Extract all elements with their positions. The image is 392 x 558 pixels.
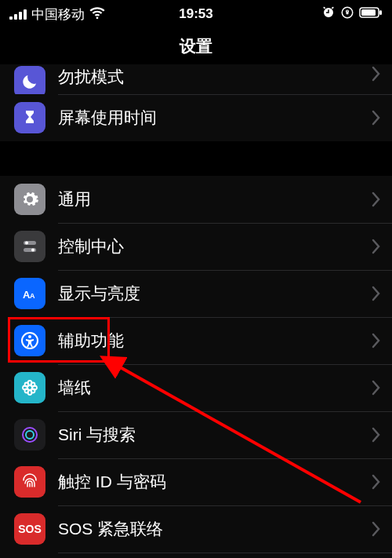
chevron-right-icon (372, 427, 381, 443)
row-battery[interactable]: 电池 (0, 553, 392, 558)
wifi-icon (89, 5, 105, 24)
chevron-right-icon (372, 380, 381, 396)
svg-point-20 (25, 389, 29, 393)
chevron-right-icon (372, 521, 381, 537)
svg-point-18 (25, 383, 29, 387)
page-title: 设置 (0, 28, 392, 64)
battery-icon (359, 6, 383, 22)
status-bar: 中国移动 19:53 (0, 0, 392, 28)
text-size-icon: AA (14, 278, 45, 309)
chevron-right-icon (372, 474, 381, 490)
row-label: 墙纸 (58, 377, 372, 399)
chevron-right-icon (372, 110, 381, 126)
row-general[interactable]: 通用 (0, 176, 392, 223)
status-time: 19:53 (179, 6, 212, 22)
svg-point-6 (25, 242, 28, 245)
signal-icon (9, 9, 27, 20)
chevron-right-icon (372, 286, 381, 301)
row-label: 触控 ID 与密码 (58, 471, 372, 493)
svg-point-21 (31, 389, 35, 393)
row-label: SOS 紧急联络 (58, 518, 372, 540)
row-accessibility[interactable]: 辅助功能 (0, 317, 392, 364)
row-label: Siri 与搜索 (58, 424, 372, 446)
svg-point-12 (28, 335, 31, 338)
rotation-lock-icon (340, 5, 354, 24)
svg-point-19 (31, 383, 35, 387)
accessibility-icon (14, 325, 45, 356)
row-label: 勿扰模式 (58, 66, 372, 88)
row-screen-time[interactable]: 屏幕使用时间 (0, 94, 392, 141)
chevron-right-icon (372, 239, 381, 254)
settings-list: 勿扰模式 屏幕使用时间 通用 控制中心 AA 显示与亮度 (0, 64, 392, 558)
row-wallpaper[interactable]: 墙纸 (0, 364, 392, 411)
row-label: 辅助功能 (58, 330, 372, 352)
alarm-icon (321, 5, 336, 24)
gear-icon (14, 184, 45, 215)
svg-rect-4 (379, 10, 382, 15)
chevron-right-icon (372, 66, 381, 82)
row-label: 显示与亮度 (58, 283, 372, 305)
group-separator (0, 141, 392, 176)
row-display-brightness[interactable]: AA 显示与亮度 (0, 270, 392, 317)
svg-point-8 (31, 249, 34, 252)
status-left: 中国移动 (9, 5, 105, 24)
status-right (321, 5, 383, 24)
row-label: 屏幕使用时间 (58, 107, 372, 129)
flower-icon (14, 372, 45, 403)
row-label: 控制中心 (58, 235, 372, 257)
row-label: 通用 (58, 188, 372, 210)
moon-icon (14, 66, 45, 94)
carrier-label: 中国移动 (31, 5, 85, 24)
row-siri-search[interactable]: Siri 与搜索 (0, 411, 392, 458)
sos-text: SOS (18, 523, 42, 535)
chevron-right-icon (372, 191, 381, 207)
sos-icon: SOS (14, 513, 45, 545)
chevron-right-icon (372, 333, 381, 348)
svg-rect-3 (361, 9, 376, 16)
siri-icon (14, 419, 45, 450)
row-touch-id-passcode[interactable]: 触控 ID 与密码 (0, 458, 392, 505)
switches-icon (14, 231, 45, 262)
row-do-not-disturb[interactable]: 勿扰模式 (0, 64, 392, 94)
fingerprint-icon (14, 466, 45, 498)
hourglass-icon (14, 102, 45, 133)
svg-point-22 (23, 428, 37, 442)
svg-text:A: A (30, 292, 35, 300)
svg-point-23 (26, 431, 34, 439)
row-control-center[interactable]: 控制中心 (0, 223, 392, 270)
row-emergency-sos[interactable]: SOS SOS 紧急联络 (0, 505, 392, 553)
